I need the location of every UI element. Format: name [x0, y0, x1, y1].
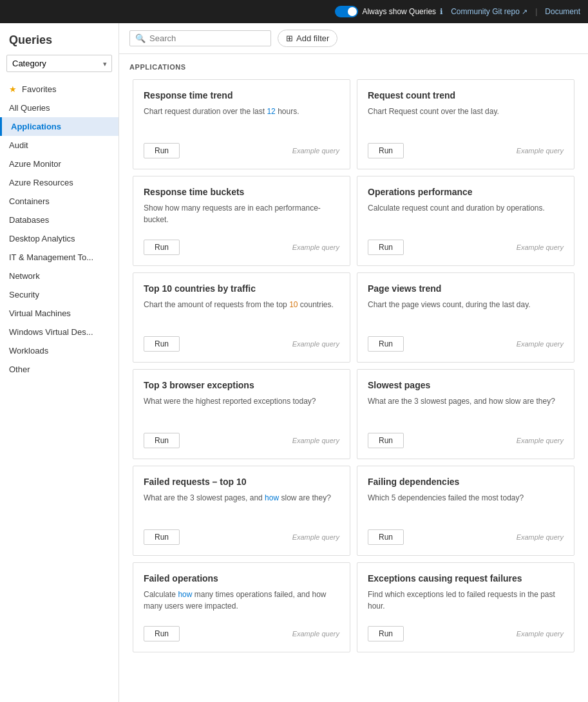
sidebar-item-label: Azure Resources — [9, 178, 73, 187]
sidebar-item-label: Audit — [9, 140, 28, 150]
sidebar-item-label: Workloads — [9, 346, 48, 356]
filter-icon: ⊞ — [286, 33, 293, 43]
search-box[interactable]: 🔍 — [129, 30, 271, 46]
sidebar-item-desktop-analytics[interactable]: Desktop Analytics — [0, 229, 119, 248]
category-select[interactable]: Category All Applications Audit Azure Mo… — [6, 55, 112, 72]
card-footer: RunExample query — [368, 529, 564, 545]
run-button[interactable]: Run — [144, 529, 180, 545]
card-footer: RunExample query — [144, 143, 339, 158]
always-show-label: Always show Queries — [362, 7, 436, 16]
sidebar-item-azure-resources[interactable]: Azure Resources — [0, 173, 119, 192]
sidebar-item-network[interactable]: Network — [0, 267, 119, 285]
card-title: Failed operations — [144, 573, 339, 583]
card-title: Page views trend — [368, 283, 564, 294]
card-title: Top 10 countries by traffic — [144, 283, 339, 294]
card-desc: Calculate request count and duration by … — [368, 202, 564, 232]
card-desc: Chart request duration over the last 12 … — [144, 106, 339, 135]
card-title: Failing dependencies — [368, 477, 564, 487]
sidebar-item-audit[interactable]: Audit — [0, 136, 119, 155]
card-footer: RunExample query — [368, 433, 564, 448]
run-button[interactable]: Run — [144, 433, 180, 448]
document-label: Document — [545, 7, 580, 16]
add-filter-button[interactable]: ⊞ Add filter — [278, 30, 337, 47]
run-button[interactable]: Run — [368, 433, 404, 448]
example-query-label: Example query — [292, 243, 339, 251]
card-desc: Find which exceptions led to failed requ… — [368, 589, 564, 618]
community-git-link[interactable]: Community Git repo ↗ — [451, 7, 527, 16]
card-footer: RunExample query — [368, 143, 564, 158]
sidebar-item-security[interactable]: Security — [0, 285, 119, 304]
sidebar-item-azure-monitor[interactable]: Azure Monitor — [0, 155, 119, 173]
run-button[interactable]: Run — [368, 240, 404, 255]
query-card-response-time-trend: Response time trendChart request duratio… — [133, 79, 350, 169]
sidebar-item-workloads[interactable]: Workloads — [0, 341, 119, 360]
run-button[interactable]: Run — [368, 626, 404, 641]
community-git-label: Community Git repo — [451, 7, 520, 16]
example-query-label: Example query — [292, 437, 339, 444]
card-desc: Chart the page views count, during the l… — [368, 299, 564, 328]
always-show-toggle[interactable]: Always show Queries ℹ — [335, 6, 443, 17]
example-query-label: Example query — [517, 437, 564, 444]
sidebar-item-label: All Queries — [9, 103, 50, 113]
run-button[interactable]: Run — [368, 529, 404, 545]
query-card-slowest-pages: Slowest pagesWhat are the 3 slowest page… — [357, 369, 574, 459]
sidebar-item-label: Applications — [11, 122, 61, 131]
query-card-top-3-browser-exceptions: Top 3 browser exceptionsWhat were the hi… — [133, 369, 350, 459]
card-title: Response time trend — [144, 90, 339, 100]
sidebar-item-it-management[interactable]: IT & Management To... — [0, 248, 119, 267]
sidebar-item-label: Network — [9, 271, 40, 281]
sidebar-item-label: Security — [9, 290, 39, 299]
run-button[interactable]: Run — [144, 626, 180, 641]
sidebar-item-databases[interactable]: Databases — [0, 211, 119, 229]
sidebar-item-favorites[interactable]: ★Favorites — [0, 80, 119, 99]
run-button[interactable]: Run — [144, 143, 180, 158]
card-footer: RunExample query — [144, 626, 339, 641]
sidebar-item-label: Databases — [9, 215, 49, 225]
card-title: Request count trend — [368, 90, 564, 100]
sidebar-item-label: Containers — [9, 196, 50, 206]
card-title: Slowest pages — [368, 380, 564, 390]
card-desc: What are the 3 slowest pages, and how sl… — [144, 492, 339, 522]
example-query-label: Example query — [517, 147, 564, 155]
search-icon: 🔍 — [135, 33, 146, 43]
query-card-failed-requests-top-10: Failed requests – top 10What are the 3 s… — [133, 466, 350, 556]
example-query-label: Example query — [517, 533, 564, 541]
card-footer: RunExample query — [144, 433, 339, 448]
example-query-label: Example query — [517, 630, 564, 638]
sidebar-item-label: Favorites — [22, 84, 56, 94]
sidebar-title: Queries — [0, 31, 119, 55]
run-button[interactable]: Run — [144, 336, 180, 352]
run-button[interactable]: Run — [368, 143, 404, 158]
query-card-exceptions-causing-request-failures: Exceptions causing request failuresFind … — [357, 562, 574, 652]
top-bar: Always show Queries ℹ Community Git repo… — [0, 0, 588, 23]
example-query-label: Example query — [292, 147, 339, 155]
toggle-track[interactable] — [335, 6, 358, 17]
card-footer: RunExample query — [144, 529, 339, 545]
example-query-label: Example query — [292, 630, 339, 638]
document-link[interactable]: Document — [545, 7, 580, 16]
sidebar-item-windows-virtual[interactable]: Windows Virtual Des... — [0, 323, 119, 341]
card-title: Top 3 browser exceptions — [144, 380, 339, 390]
content-header: 🔍 ⊞ Add filter — [119, 23, 588, 54]
category-dropdown[interactable]: Category All Applications Audit Azure Mo… — [6, 55, 112, 72]
card-desc: Which 5 dependencies failed the most tod… — [368, 492, 564, 522]
query-card-operations-performance: Operations performanceCalculate request … — [357, 176, 574, 266]
run-button[interactable]: Run — [368, 336, 404, 352]
search-input[interactable] — [149, 33, 265, 43]
sidebar-item-virtual-machines[interactable]: Virtual Machines — [0, 304, 119, 323]
example-query-label: Example query — [292, 340, 339, 348]
card-footer: RunExample query — [144, 336, 339, 352]
sidebar-item-containers[interactable]: Containers — [0, 192, 119, 211]
query-card-failed-operations: Failed operationsCalculate how many time… — [133, 562, 350, 652]
content-area: 🔍 ⊞ Add filter APPLICATIONS Response tim… — [119, 23, 588, 702]
sidebar-item-applications[interactable]: Applications — [0, 117, 119, 136]
sidebar-item-all-queries[interactable]: All Queries — [0, 99, 119, 117]
section-header: APPLICATIONS — [119, 54, 588, 76]
card-footer: RunExample query — [144, 240, 339, 255]
run-button[interactable]: Run — [144, 240, 180, 255]
query-card-response-time-buckets: Response time bucketsShow how many reque… — [133, 176, 350, 266]
external-link-icon: ↗ — [522, 8, 527, 15]
query-card-failing-dependencies: Failing dependenciesWhich 5 dependencies… — [357, 466, 574, 556]
card-title: Operations performance — [368, 187, 564, 197]
sidebar-item-other[interactable]: Other — [0, 360, 119, 379]
